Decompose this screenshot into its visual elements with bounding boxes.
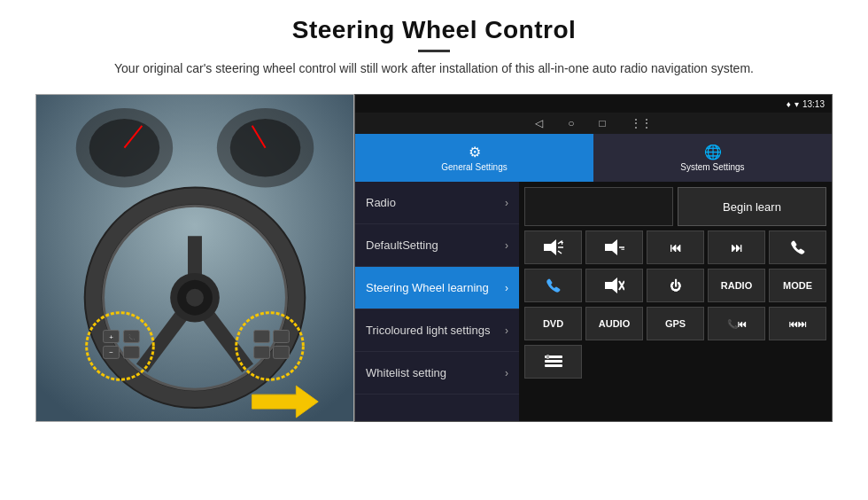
call-button[interactable] bbox=[769, 230, 826, 264]
title-section: Steering Wheel Control Your original car… bbox=[35, 16, 833, 78]
menu-item-steering-label: Steering Wheel learning bbox=[366, 281, 505, 294]
menu-item-radio-label: Radio bbox=[366, 196, 505, 209]
tab-general-settings[interactable]: ⚙ General Settings bbox=[355, 134, 593, 182]
general-settings-label: General Settings bbox=[441, 162, 508, 172]
controls-row-3: DVD AUDIO GPS 📞⏮ ⏮⏭ bbox=[524, 307, 826, 340]
answer-button[interactable] bbox=[524, 269, 582, 302]
tel-prev-button[interactable]: 📞⏮ bbox=[708, 307, 765, 340]
svg-text:−: − bbox=[621, 245, 624, 254]
svg-marker-30 bbox=[544, 239, 556, 255]
menu-item-whitelist[interactable]: Whitelist setting › bbox=[355, 352, 519, 395]
svg-marker-38 bbox=[605, 277, 617, 293]
location-icon: ♦ bbox=[787, 99, 791, 109]
menu-nav-icon[interactable]: ⋮⋮ bbox=[631, 117, 652, 129]
controls-panel: Begin learn + − ⏮ ⏭ bbox=[519, 182, 832, 421]
svg-text:📞: 📞 bbox=[128, 333, 136, 341]
menu-item-tricoloured-chevron: › bbox=[505, 324, 508, 337]
controls-row-2: ⏻ RADIO MODE bbox=[524, 269, 826, 302]
audio-button[interactable]: AUDIO bbox=[585, 307, 643, 340]
menu-item-default-chevron: › bbox=[505, 239, 508, 252]
svg-rect-26 bbox=[254, 346, 270, 358]
home-nav-icon[interactable]: ○ bbox=[568, 117, 574, 129]
svg-point-15 bbox=[186, 289, 204, 307]
vol-up-button[interactable]: + bbox=[524, 230, 582, 264]
steering-wheel-image: + − 📞 bbox=[35, 94, 354, 422]
controls-row-4 bbox=[524, 345, 826, 379]
time-display: 13:13 bbox=[802, 99, 825, 109]
svg-rect-44 bbox=[546, 355, 549, 359]
dvd-button[interactable]: DVD bbox=[524, 307, 582, 340]
subtitle: Your original car's steering wheel contr… bbox=[35, 59, 833, 78]
svg-rect-25 bbox=[254, 331, 270, 343]
status-bar: ♦ ▾ 13:13 bbox=[355, 95, 832, 113]
svg-marker-35 bbox=[605, 239, 617, 255]
menu-item-whitelist-label: Whitelist setting bbox=[366, 366, 505, 379]
svg-rect-23 bbox=[123, 346, 139, 358]
menu-item-radio[interactable]: Radio › bbox=[355, 182, 519, 224]
gps-button[interactable]: GPS bbox=[647, 307, 704, 340]
menu-item-default-label: DefaultSetting bbox=[366, 238, 505, 252]
menu-list: Radio › DefaultSetting › Steering Wheel … bbox=[355, 182, 519, 421]
radio-button[interactable]: RADIO bbox=[708, 269, 765, 302]
svg-text:−: − bbox=[109, 348, 113, 356]
svg-rect-42 bbox=[545, 360, 562, 363]
multi-button[interactable]: ⏮⏭ bbox=[769, 307, 826, 340]
menu-item-tricoloured-label: Tricoloured light settings bbox=[366, 324, 505, 337]
content-area: + − 📞 bbox=[35, 94, 833, 422]
tab-bar: ⚙ General Settings 🌐 System Settings bbox=[355, 134, 832, 182]
android-screen: ♦ ▾ 13:13 ◁ ○ □ ⋮⋮ ⚙ General Settings bbox=[354, 94, 833, 422]
mode-button[interactable]: MODE bbox=[769, 269, 826, 302]
menu-item-whitelist-chevron: › bbox=[505, 367, 508, 379]
svg-rect-28 bbox=[274, 346, 290, 358]
empty-display-box bbox=[524, 187, 673, 226]
menu-item-steering-chevron: › bbox=[505, 282, 508, 294]
wifi-icon: ▾ bbox=[794, 99, 799, 109]
general-settings-icon: ⚙ bbox=[469, 144, 481, 160]
title-divider bbox=[418, 50, 450, 52]
controls-top-row: Begin learn bbox=[524, 187, 826, 226]
vol-down-button[interactable]: − bbox=[585, 230, 643, 264]
menu-item-tricoloured[interactable]: Tricoloured light settings › bbox=[355, 309, 519, 352]
system-settings-label: System Settings bbox=[680, 162, 744, 172]
main-panel: Radio › DefaultSetting › Steering Wheel … bbox=[355, 182, 832, 421]
recent-nav-icon[interactable]: □ bbox=[600, 117, 606, 129]
system-settings-icon: 🌐 bbox=[704, 144, 722, 160]
svg-text:+: + bbox=[109, 333, 113, 341]
svg-text:+: + bbox=[560, 239, 563, 247]
svg-rect-27 bbox=[274, 331, 290, 343]
mute-button[interactable] bbox=[585, 269, 643, 302]
menu-item-default-setting[interactable]: DefaultSetting › bbox=[355, 224, 519, 267]
nav-bar: ◁ ○ □ ⋮⋮ bbox=[355, 113, 832, 134]
svg-line-33 bbox=[558, 251, 562, 254]
menu-item-radio-chevron: › bbox=[505, 197, 508, 209]
tab-system-settings[interactable]: 🌐 System Settings bbox=[593, 134, 832, 182]
power-button[interactable]: ⏻ bbox=[647, 269, 704, 302]
status-icons: ♦ ▾ 13:13 bbox=[787, 99, 825, 109]
next-track-button[interactable]: ⏭ bbox=[708, 230, 765, 264]
page-container: Steering Wheel Control Your original car… bbox=[0, 0, 868, 500]
back-nav-icon[interactable]: ◁ bbox=[535, 117, 543, 129]
list-button[interactable] bbox=[524, 345, 582, 379]
page-title: Steering Wheel Control bbox=[35, 16, 833, 44]
menu-item-steering-wheel[interactable]: Steering Wheel learning › bbox=[355, 267, 519, 309]
svg-rect-43 bbox=[545, 364, 562, 367]
begin-learn-button[interactable]: Begin learn bbox=[678, 187, 826, 226]
prev-track-button[interactable]: ⏮ bbox=[647, 230, 704, 264]
controls-row-1: + − ⏮ ⏭ bbox=[524, 230, 826, 264]
